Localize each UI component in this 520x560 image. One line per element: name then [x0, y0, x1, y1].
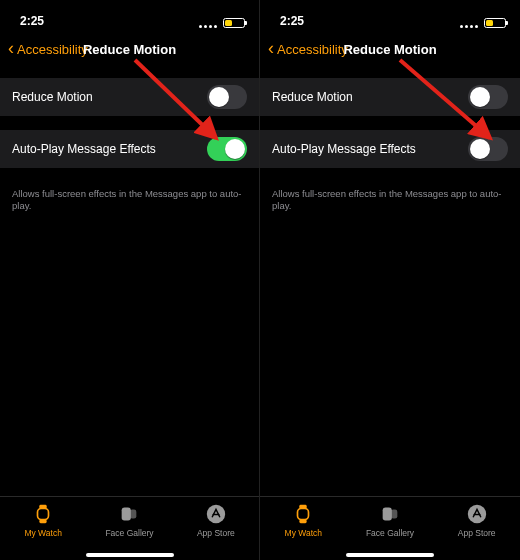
row-auto-play-effects[interactable]: Auto-Play Message Effects	[0, 130, 259, 168]
toggle-off[interactable]	[207, 85, 247, 109]
back-label: Accessibility	[277, 42, 348, 57]
app-store-icon	[466, 503, 488, 525]
home-indicator	[86, 553, 174, 557]
svg-rect-3	[122, 508, 131, 521]
svg-rect-10	[383, 508, 392, 521]
tab-my-watch[interactable]: My Watch	[0, 497, 86, 560]
tab-label: App Store	[197, 528, 235, 538]
chevron-left-icon: ‹	[268, 39, 274, 57]
row-label: Reduce Motion	[12, 90, 93, 104]
row-label: Auto-Play Message Effects	[272, 142, 416, 156]
tab-face-gallery[interactable]: Face Gallery	[86, 497, 172, 560]
row-auto-play-effects[interactable]: Auto-Play Message Effects	[260, 130, 520, 168]
tab-label: My Watch	[285, 528, 322, 538]
nav-header: ‹AccessibilityReduce Motion	[260, 32, 520, 66]
back-label: Accessibility	[17, 42, 88, 57]
my-watch-icon	[292, 503, 314, 525]
svg-rect-9	[298, 509, 309, 520]
row-reduce-motion[interactable]: Reduce Motion	[260, 78, 520, 116]
face-gallery-icon	[118, 503, 140, 525]
toggle-on[interactable]	[207, 137, 247, 161]
face-gallery-icon	[379, 503, 401, 525]
nav-header: ‹AccessibilityReduce Motion	[0, 32, 259, 66]
tab-label: Face Gallery	[105, 528, 153, 538]
my-watch-icon	[32, 503, 54, 525]
tab-my-watch[interactable]: My Watch	[260, 497, 347, 560]
back-button[interactable]: ‹Accessibility	[8, 40, 88, 58]
home-indicator	[346, 553, 434, 557]
svg-rect-2	[38, 509, 49, 520]
tab-label: App Store	[458, 528, 496, 538]
row-reduce-motion[interactable]: Reduce Motion	[0, 78, 259, 116]
tab-app-store[interactable]: App Store	[433, 497, 520, 560]
status-right	[460, 18, 506, 32]
settings-list: Reduce MotionAuto-Play Message EffectsAl…	[260, 78, 520, 213]
cell-signal-icon	[460, 25, 478, 28]
svg-rect-4	[130, 509, 136, 518]
app-store-icon	[205, 503, 227, 525]
status-right	[199, 18, 245, 32]
tab-bar: My WatchFace GalleryApp Store	[0, 496, 259, 560]
row-footer-note: Allows full-screen effects in the Messag…	[260, 182, 520, 213]
back-button[interactable]: ‹Accessibility	[268, 40, 348, 58]
row-label: Auto-Play Message Effects	[12, 142, 156, 156]
toggle-off[interactable]	[468, 85, 508, 109]
battery-icon	[484, 18, 506, 28]
settings-list: Reduce MotionAuto-Play Message EffectsAl…	[0, 78, 259, 213]
row-label: Reduce Motion	[272, 90, 353, 104]
tab-bar: My WatchFace GalleryApp Store	[260, 496, 520, 560]
svg-rect-11	[391, 509, 397, 518]
status-bar: 2:25	[260, 0, 520, 32]
row-footer-note: Allows full-screen effects in the Messag…	[0, 182, 259, 213]
chevron-left-icon: ‹	[8, 39, 14, 57]
toggle-off[interactable]	[468, 137, 508, 161]
tab-label: My Watch	[24, 528, 61, 538]
tab-label: Face Gallery	[366, 528, 414, 538]
tab-face-gallery[interactable]: Face Gallery	[347, 497, 434, 560]
battery-icon	[223, 18, 245, 28]
status-time: 2:25	[280, 14, 304, 32]
tab-app-store[interactable]: App Store	[173, 497, 259, 560]
status-time: 2:25	[20, 14, 44, 32]
cell-signal-icon	[199, 25, 217, 28]
status-bar: 2:25	[0, 0, 259, 32]
